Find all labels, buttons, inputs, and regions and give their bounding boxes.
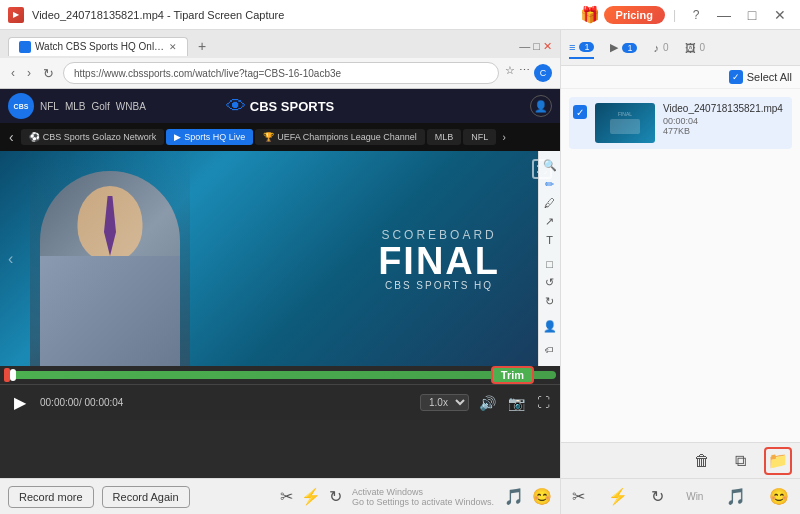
undo-tool[interactable]: ↺ [541, 276, 559, 289]
timeline-track[interactable] [10, 371, 556, 379]
timeline-area: Trim [0, 366, 560, 384]
maximize-button[interactable]: □ [740, 5, 764, 25]
nfl-link[interactable]: NFL [40, 101, 59, 112]
text-tool[interactable]: T [541, 234, 559, 246]
sports-golazo-tab[interactable]: ⚽ CBS Sports Golazo Network [21, 129, 165, 145]
new-tab-button[interactable]: + [192, 36, 212, 56]
sports-hq-tab[interactable]: ▶ Sports HQ Live [166, 129, 253, 145]
wnba-link[interactable]: WNBA [116, 101, 146, 112]
action-bar: Record more Record Again ✂ ⚡ ↻ Activate … [0, 478, 560, 514]
close-button[interactable]: ✕ [768, 5, 792, 25]
main-layout: Watch CBS Sports HQ Online - L... ✕ + — … [0, 30, 800, 514]
bottom-more-icon[interactable]: 😊 [769, 487, 789, 506]
timeline-thumb[interactable] [10, 369, 16, 381]
file-size: 477KB [663, 126, 788, 136]
videos-tab-icon: ≡ [569, 41, 575, 53]
video-player: SCOREBOARD FINAL CBS SPORTS HQ ‹ ⛶ 🔍 ✏ 🖊… [0, 151, 560, 366]
browser-tab-bar: Watch CBS Sports HQ Online - L... ✕ + — … [0, 30, 560, 58]
scissors-icon[interactable]: ✂ [280, 487, 293, 506]
broadcaster-figure [30, 156, 190, 366]
browser-tab[interactable]: Watch CBS Sports HQ Online - L... ✕ [8, 37, 188, 56]
file-info: Video_240718135821.mp4 00:00:04 477KB [663, 103, 788, 136]
expand-ctrl-icon[interactable]: ⛶ [535, 393, 552, 412]
search-tool[interactable]: 🔍 [541, 159, 559, 172]
audio-tab-icon: ♪ [653, 42, 659, 54]
camera-icon[interactable]: 📷 [506, 393, 527, 413]
bottom-convert-icon[interactable]: ↻ [651, 487, 664, 506]
browser-chrome: Watch CBS Sports HQ Online - L... ✕ + — … [0, 30, 560, 89]
open-folder-icon[interactable]: 📁 [764, 447, 792, 475]
tab-close-icon[interactable]: ✕ [169, 42, 177, 52]
file-name: Video_240718135821.mp4 [663, 103, 788, 114]
recording-area: Watch CBS Sports HQ Online - L... ✕ + — … [0, 30, 560, 514]
tag-tool[interactable]: 🏷 [541, 345, 559, 355]
bottom-activation-text: Win [686, 491, 703, 502]
browser-minimize-icon[interactable]: — [519, 40, 530, 52]
adjust-icon[interactable]: ⚡ [301, 487, 321, 506]
minimize-button[interactable]: — [712, 5, 736, 25]
file-checkbox[interactable]: ✓ [573, 105, 587, 119]
sports-tabs-back[interactable]: ‹ [6, 127, 17, 147]
panel-tab-recordings[interactable]: ▶ 1 [610, 37, 637, 58]
title-bar-right: 🎁 Pricing | ? — □ ✕ [580, 5, 792, 25]
gift-icon: 🎁 [580, 5, 600, 24]
profile-icon[interactable]: C [534, 64, 552, 82]
person-tool[interactable]: 👤 [541, 320, 559, 333]
browser-maximize-icon[interactable]: □ [533, 40, 540, 52]
delete-action-icon[interactable]: 🗑 [688, 447, 716, 475]
copy-action-icon[interactable]: ⧉ [726, 447, 754, 475]
select-all-area: ✓ Select All [561, 66, 800, 89]
sports-tabs-more[interactable]: › [502, 132, 505, 143]
star-icon[interactable]: ☆ [505, 64, 515, 82]
bottom-audio-icon[interactable]: 🎵 [726, 487, 746, 506]
pricing-button[interactable]: Pricing [604, 6, 665, 24]
user-profile-icon[interactable]: 👤 [530, 95, 552, 117]
golf-link[interactable]: Golf [91, 101, 109, 112]
play-button[interactable]: ▶ [8, 391, 32, 415]
shape-tool[interactable]: □ [541, 258, 559, 270]
cbs-logo: CBS [8, 93, 34, 119]
panel-tab-images[interactable]: 🖼 0 [685, 38, 706, 58]
record-more-button[interactable]: Record more [8, 486, 94, 508]
select-all-checkbox[interactable]: ✓ Select All [729, 70, 792, 84]
speed-select[interactable]: 1.0x 0.5x 1.5x 2.0x [420, 394, 469, 411]
browser-address-bar: ‹ › ↻ ☆ ⋯ C [0, 58, 560, 88]
panel-tabs: ≡ 1 ▶ 1 ♪ 0 🖼 0 [561, 30, 800, 66]
more-options-icon[interactable]: 😊 [532, 487, 552, 506]
forward-button[interactable]: › [24, 64, 34, 82]
videos-count: 1 [579, 42, 594, 52]
highlight-tool[interactable]: 🖊 [541, 197, 559, 209]
left-nav-arrow[interactable]: ‹ [8, 250, 13, 268]
ucl-tab[interactable]: 🏆 UEFA Champions League Channel [255, 129, 425, 145]
nfl-tab[interactable]: NFL [463, 129, 496, 145]
back-button[interactable]: ‹ [8, 64, 18, 82]
right-tools-sidebar: 🔍 ✏ 🖊 ↗ T □ ↺ ↻ 👤 🏷 + ⚙ [538, 151, 560, 366]
trim-button[interactable]: Trim [491, 366, 534, 384]
refresh-action-icon[interactable]: ↻ [329, 487, 342, 506]
browser-close-icon[interactable]: ✕ [543, 40, 552, 53]
audio-count: 0 [663, 42, 669, 53]
file-duration: 00:00:04 [663, 116, 788, 126]
record-again-button[interactable]: Record Again [102, 486, 190, 508]
bottom-scissors-icon[interactable]: ✂ [572, 487, 585, 506]
arrow-tool[interactable]: ↗ [541, 215, 559, 228]
panel-tab-audio[interactable]: ♪ 0 [653, 38, 668, 58]
cbs-sports-logo: 👁 CBS SPORTS [226, 95, 335, 118]
panel-content: ✓ FINAL Video_240718135821.mp4 00:00:04 … [561, 89, 800, 442]
redo-tool[interactable]: ↻ [541, 295, 559, 308]
pen-tool[interactable]: ✏ [541, 178, 559, 191]
extensions-icon[interactable]: ⋯ [519, 64, 530, 82]
audio-icon[interactable]: 🎵 [504, 487, 524, 506]
help-button[interactable]: ? [684, 5, 708, 25]
panel-tab-videos[interactable]: ≡ 1 [569, 37, 594, 59]
controls-bar: ▶ 00:00:00/ 00:00:04 1.0x 0.5x 1.5x 2.0x… [0, 384, 560, 420]
volume-icon[interactable]: 🔊 [477, 393, 498, 413]
separator-icon: | [673, 8, 676, 22]
mlb-tab[interactable]: MLB [427, 129, 462, 145]
window-title: Video_240718135821.mp4 - Tipard Screen C… [32, 9, 284, 21]
trim-button-container: Trim [491, 366, 534, 384]
bottom-adjust-icon[interactable]: ⚡ [608, 487, 628, 506]
address-input[interactable] [63, 62, 499, 84]
mlb-link[interactable]: MLB [65, 101, 86, 112]
refresh-button[interactable]: ↻ [40, 64, 57, 83]
